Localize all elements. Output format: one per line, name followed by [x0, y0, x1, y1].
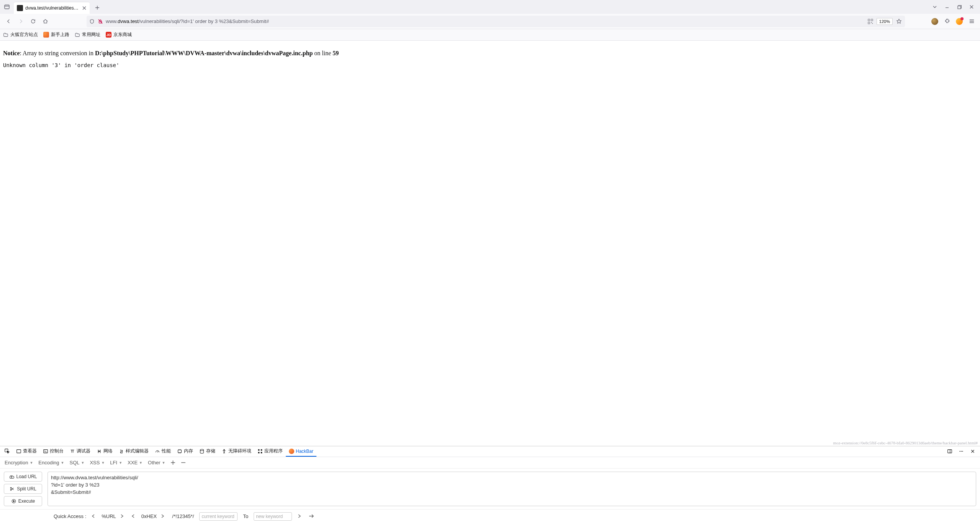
insecure-lock-icon[interactable]	[97, 18, 103, 25]
svg-rect-17	[261, 452, 262, 453]
devtools-tab-inspector[interactable]: 查看器	[13, 446, 40, 457]
tab-strip: dvwa.test/vulnerabilities/sqli/	[0, 0, 980, 14]
hackbar-quick-access: Quick Access : %URL 0xHEX /*!12345*/ To	[0, 509, 980, 523]
svg-point-22	[10, 487, 11, 488]
replace-next-icon[interactable]	[297, 513, 303, 519]
devtools-tab-accessibility[interactable]: 无障碍环境	[218, 446, 254, 457]
app-menu-icon[interactable]	[966, 16, 977, 27]
next-url-icon[interactable]	[120, 513, 126, 519]
bookmark-label: 京东商城	[113, 31, 132, 38]
svg-rect-3	[868, 19, 870, 20]
account-icon[interactable]	[929, 16, 940, 27]
to-label: To	[243, 513, 248, 519]
browser-tab[interactable]: dvwa.test/vulnerabilities/sqli/	[14, 2, 90, 14]
hackbar-remove-icon[interactable]	[180, 459, 187, 466]
quick-hex-label[interactable]: 0xHEX	[141, 513, 157, 519]
prev-url-icon[interactable]	[92, 513, 98, 519]
recent-tabs-icon[interactable]	[2, 2, 12, 12]
hackbar-menu-xss[interactable]: XSS▼	[89, 459, 105, 467]
devtools-tab-application[interactable]: 应用程序	[254, 446, 286, 457]
split-url-button[interactable]: Split URL	[4, 484, 42, 494]
svg-rect-18	[948, 449, 952, 453]
hackbar-menu-lfi[interactable]: LFI▼	[109, 459, 123, 467]
tab-favicon	[17, 5, 23, 11]
hackbar-url-textarea[interactable]	[48, 472, 976, 506]
bookmark-item[interactable]: JD京东商城	[106, 31, 132, 38]
devtools-tab-performance[interactable]: 性能	[152, 446, 174, 457]
bookmark-label: 常用网址	[82, 31, 100, 38]
svg-point-20	[961, 451, 962, 451]
svg-rect-6	[871, 22, 872, 23]
qr-icon[interactable]	[867, 16, 874, 27]
svg-point-19	[959, 451, 960, 451]
maximize-icon[interactable]	[954, 2, 965, 12]
hackbar-menu-encoding[interactable]: Encoding▼	[38, 459, 65, 467]
extensions-icon[interactable]	[942, 16, 952, 27]
svg-rect-11	[178, 450, 182, 452]
moz-extension-url: moz-extension://0e8c5f6f-cebc-4678-bfa0-…	[833, 441, 978, 445]
reload-button[interactable]	[28, 16, 38, 27]
devtools-tab-hackbar[interactable]: HackBar	[286, 446, 316, 457]
svg-rect-9	[17, 449, 21, 453]
php-notice: Notice: Array to string conversion in D:…	[3, 50, 977, 57]
sql-error: Unknown column '3' in 'order clause'	[3, 61, 977, 69]
devtools-tab-console[interactable]: 控制台	[40, 446, 67, 457]
bookmarks-bar: 火狐官方站点 新手上路 常用网址 JD京东商城	[0, 29, 980, 41]
devtools-more-icon[interactable]	[955, 449, 967, 455]
devtools-tab-style[interactable]: 样式编辑器	[116, 446, 152, 457]
devtools-tabs: 查看器 控制台 调试器 网络 样式编辑器 性能 内存 存储 无障碍环境 应用程序…	[0, 446, 980, 457]
bookmark-star-icon[interactable]	[895, 16, 903, 27]
svg-point-21	[962, 451, 963, 451]
bookmark-label: 新手上路	[51, 31, 69, 38]
hackbar-menu-sql[interactable]: SQL▼	[69, 459, 85, 467]
hackbar-add-icon[interactable]	[170, 459, 176, 466]
close-window-icon[interactable]	[966, 2, 977, 12]
hackbar-menu-xxe[interactable]: XXE▼	[127, 459, 143, 467]
replace-go-icon[interactable]	[309, 513, 315, 519]
prev-hex-icon[interactable]	[131, 513, 138, 519]
execute-button[interactable]: Execute	[4, 496, 42, 506]
svg-rect-14	[258, 449, 260, 451]
devtools-panel: 查看器 控制台 调试器 网络 样式编辑器 性能 内存 存储 无障碍环境 应用程序…	[0, 446, 980, 523]
bookmark-label: 火狐官方站点	[10, 31, 38, 38]
devtools-tab-storage[interactable]: 存储	[196, 446, 218, 457]
tab-close-icon[interactable]	[81, 5, 87, 11]
devtools-dock-icon[interactable]	[944, 449, 955, 455]
svg-rect-4	[871, 19, 873, 20]
next-hex-icon[interactable]	[161, 513, 167, 519]
hackbar-menu-other[interactable]: Other▼	[147, 459, 166, 467]
devtools-tab-memory[interactable]: 内存	[174, 446, 196, 457]
minimize-icon[interactable]	[942, 2, 952, 12]
devtools-tab-debugger[interactable]: 调试器	[67, 446, 93, 457]
bookmark-item[interactable]: 火狐官方站点	[3, 31, 38, 38]
url-text: www.dvwa.test/vulnerabilities/sqli/?id=1…	[106, 18, 864, 24]
home-button[interactable]	[40, 16, 51, 27]
svg-rect-16	[258, 452, 260, 453]
quick-comment-label[interactable]: /*!12345*/	[172, 513, 194, 519]
bookmark-item[interactable]: 新手上路	[43, 31, 69, 38]
svg-rect-5	[868, 22, 870, 23]
tracking-shield-icon[interactable]	[89, 18, 95, 25]
hackbar-menu-encryption[interactable]: Encryption▼	[4, 459, 34, 467]
zoom-badge[interactable]: 120%	[877, 18, 893, 25]
svg-rect-7	[872, 23, 873, 24]
load-url-button[interactable]: Load URL	[4, 472, 42, 482]
inspect-node-icon[interactable]	[2, 446, 13, 457]
svg-point-13	[224, 449, 225, 450]
tab-title: dvwa.test/vulnerabilities/sqli/	[25, 5, 79, 11]
new-keyword-input[interactable]	[254, 512, 292, 521]
back-button[interactable]	[3, 16, 14, 27]
hackbar-icon	[289, 449, 294, 454]
svg-point-12	[200, 449, 204, 451]
url-bar[interactable]: www.dvwa.test/vulnerabilities/sqli/?id=1…	[87, 16, 905, 27]
quick-url-label[interactable]: %URL	[102, 513, 116, 519]
jd-icon: JD	[106, 32, 111, 38]
new-tab-button[interactable]	[92, 2, 103, 13]
tabs-dropdown-icon[interactable]	[929, 2, 940, 12]
bookmark-item[interactable]: 常用网址	[75, 31, 100, 38]
page-content: Notice: Array to string conversion in D:…	[0, 41, 980, 446]
current-keyword-input[interactable]	[199, 512, 238, 521]
devtools-tab-network[interactable]: 网络	[93, 446, 116, 457]
profile-icon[interactable]	[954, 16, 965, 27]
devtools-close-icon[interactable]	[967, 449, 978, 455]
